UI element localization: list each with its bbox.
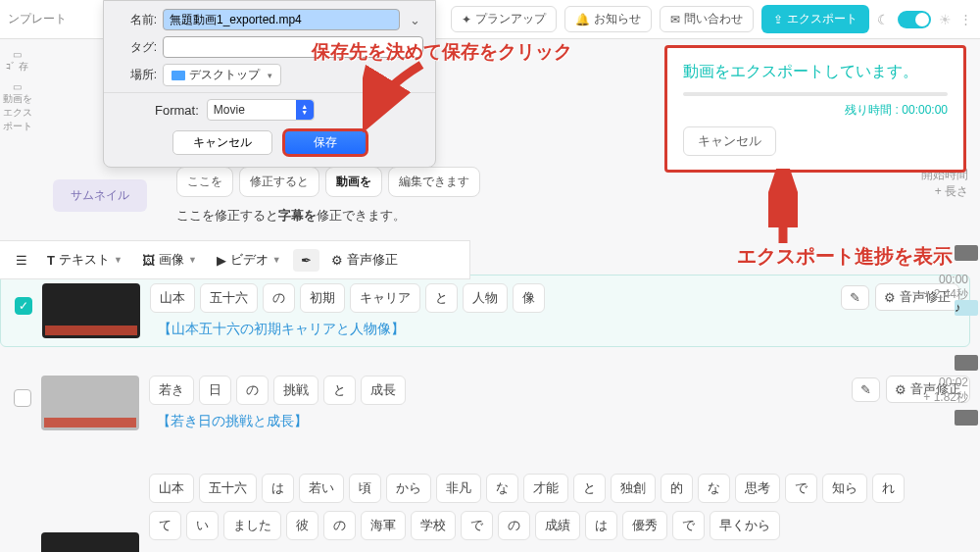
tool-image[interactable]: 🖼画像▼ (134, 247, 205, 273)
save-button[interactable]: 保存 (284, 130, 367, 155)
arrow-icon (363, 59, 441, 147)
format-select[interactable]: Movie ▲▼ (207, 99, 315, 121)
token[interactable]: の (323, 511, 356, 540)
chip[interactable]: 動画を (325, 167, 382, 197)
token[interactable]: 非凡 (436, 474, 481, 503)
notifications-button[interactable]: 🔔お知らせ (564, 6, 652, 32)
rail-thumb[interactable] (955, 410, 978, 426)
token[interactable]: 若い (299, 474, 344, 503)
token[interactable]: い (186, 511, 219, 540)
token[interactable]: と (425, 283, 458, 313)
token[interactable]: で (785, 474, 817, 503)
chevron-down-icon[interactable]: ⌄ (406, 13, 423, 27)
token[interactable]: で (461, 511, 493, 540)
sidebar-export-video[interactable]: ▭動画を エクスポート (0, 81, 34, 133)
token[interactable]: 山本 (150, 283, 195, 313)
token[interactable]: の (263, 283, 295, 313)
tag-label: タグ: (116, 39, 157, 56)
subtitle-hint: ここを修正すると字幕を修正できます。 (176, 207, 480, 225)
token[interactable]: 五十六 (199, 474, 257, 503)
location-value: デスクトップ (189, 67, 260, 83)
token[interactable]: 成績 (535, 511, 580, 540)
location-select[interactable]: デスクトップ ▾ (163, 64, 281, 86)
token[interactable]: 成長 (361, 376, 406, 405)
rail-thumb[interactable] (955, 245, 978, 261)
clip-checkbox[interactable]: ✓ (15, 297, 32, 315)
token[interactable]: 日 (199, 376, 231, 405)
token[interactable]: 挑戦 (273, 376, 318, 405)
token[interactable]: 人物 (463, 283, 508, 313)
token[interactable]: 才能 (523, 474, 568, 503)
clip-thumbnail[interactable] (42, 283, 140, 338)
chip[interactable]: ここを (176, 167, 233, 197)
token[interactable]: 思考 (735, 474, 780, 503)
token[interactable]: の (236, 376, 269, 405)
token[interactable]: 的 (661, 474, 693, 503)
token[interactable]: 独創 (611, 474, 656, 503)
clip-caption[interactable]: 【若き日の挑戦と成長】 (157, 413, 842, 430)
clip-thumbnail[interactable] (41, 532, 139, 552)
plan-up-button[interactable]: ✦プランアップ (451, 6, 557, 32)
tool-text[interactable]: Tテキスト▼ (39, 247, 130, 273)
clip-thumbnail[interactable] (41, 376, 139, 430)
token[interactable]: は (585, 511, 617, 540)
moon-icon: ☾ (877, 12, 890, 27)
token[interactable]: 頃 (349, 474, 381, 503)
rail-thumb[interactable] (955, 355, 978, 371)
progress-bar (683, 92, 948, 96)
edit-toolbar: ☰ Tテキスト▼ 🖼画像▼ ▶ビデオ▼ ✒ ⚙音声修正 (0, 240, 470, 279)
token[interactable]: 山本 (149, 474, 194, 503)
clip-checkbox[interactable] (14, 389, 31, 407)
token[interactable]: 海軍 (361, 511, 406, 540)
token[interactable]: 若き (149, 376, 194, 405)
tool-marker[interactable]: ✒ (293, 249, 319, 272)
clip-caption[interactable]: 【山本五十六の初期キャリアと人物像】 (158, 321, 831, 338)
token[interactable]: 五十六 (200, 283, 258, 313)
contact-button[interactable]: ✉問い合わせ (660, 6, 754, 32)
theme-toggle[interactable] (898, 11, 931, 28)
thumbnail-chip[interactable]: サムネイル (53, 179, 147, 212)
token[interactable]: 彼 (286, 511, 318, 540)
chip[interactable]: 修正すると (239, 167, 319, 197)
format-label: Format: (155, 103, 199, 118)
token[interactable]: な (486, 474, 518, 503)
export-button[interactable]: ⇪エクスポート (761, 5, 869, 33)
template-tab[interactable]: ンプレート (8, 11, 67, 27)
pencil-icon: ✎ (850, 290, 860, 305)
rail-thumb[interactable]: ♪ (955, 300, 978, 316)
export-cancel-button[interactable]: キャンセル (683, 126, 776, 156)
format-value: Movie (214, 103, 245, 117)
token[interactable]: と (323, 376, 356, 405)
popup-arrows-icon: ▾ (268, 71, 272, 80)
sun-icon: ☀ (939, 12, 952, 27)
tool-audio-fix[interactable]: ⚙音声修正 (323, 247, 406, 273)
token[interactable]: 像 (513, 283, 545, 313)
token[interactable]: の (498, 511, 530, 540)
kebab-icon[interactable]: ⋮ (959, 12, 972, 26)
token[interactable]: て (149, 511, 181, 540)
token[interactable]: で (672, 511, 705, 540)
chip[interactable]: 編集できます (388, 167, 480, 197)
chevron-down-icon: ▼ (188, 255, 197, 265)
token[interactable]: 知ら (822, 474, 867, 503)
token[interactable]: は (262, 474, 294, 503)
token[interactable]: キャリア (350, 283, 420, 313)
token[interactable]: から (386, 474, 431, 503)
token[interactable]: 優秀 (622, 511, 667, 540)
edit-button[interactable]: ✎ (841, 285, 869, 310)
token[interactable]: ました (223, 511, 281, 540)
clip-row-1: ✓ 山本五十六の初期キャリアと人物像 【山本五十六の初期キャリアと人物像】 ✎ … (0, 275, 970, 347)
token[interactable]: と (573, 474, 606, 503)
cancel-button[interactable]: キャンセル (172, 130, 272, 155)
filename-input[interactable] (163, 9, 400, 30)
hamburger-icon: ☰ (16, 253, 27, 268)
token[interactable]: 早くから (710, 511, 780, 540)
tool-menu[interactable]: ☰ (8, 249, 35, 272)
token[interactable]: 学校 (411, 511, 456, 540)
sidebar-save[interactable]: ▭ｺﾞ 存 (6, 49, 28, 74)
tool-video[interactable]: ▶ビデオ▼ (209, 247, 289, 273)
token[interactable]: な (698, 474, 730, 503)
breadcrumb: ンプレート (8, 11, 67, 27)
token[interactable]: 初期 (300, 283, 345, 313)
export-title: 動画をエクスポートしています。 (683, 62, 948, 82)
